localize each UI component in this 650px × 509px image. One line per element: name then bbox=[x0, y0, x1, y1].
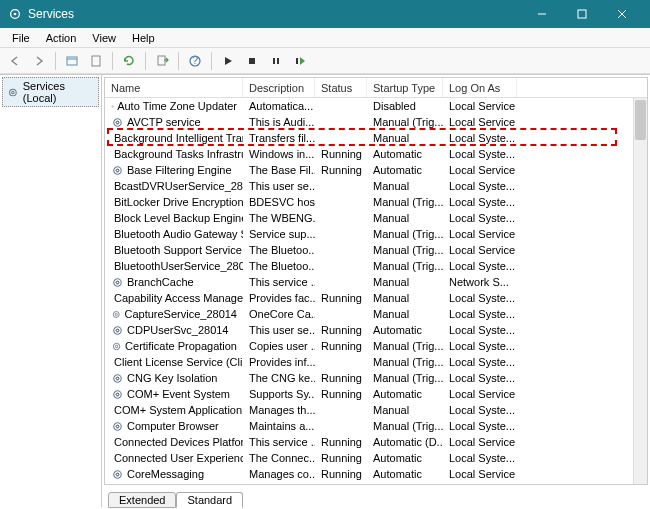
service-name: Computer Browser bbox=[127, 420, 219, 432]
service-row[interactable]: Connected Devices Platfor...This service… bbox=[105, 434, 647, 450]
service-name: AVCTP service bbox=[127, 116, 201, 128]
svg-point-16 bbox=[10, 89, 17, 96]
back-button[interactable] bbox=[4, 50, 26, 72]
service-row[interactable]: Certificate PropagationCopies user ...Ru… bbox=[105, 338, 647, 354]
gear-icon bbox=[111, 420, 124, 433]
service-description: Manages co... bbox=[243, 468, 315, 480]
service-logon: Local Syste... bbox=[443, 196, 517, 208]
gear-icon bbox=[111, 116, 124, 129]
service-row[interactable]: Auto Time Zone UpdaterAutomatica...Disab… bbox=[105, 98, 647, 114]
header-name[interactable]: Name bbox=[105, 78, 243, 97]
service-name: Connected Devices Platfor... bbox=[114, 436, 243, 448]
menu-help[interactable]: Help bbox=[124, 30, 163, 46]
svg-point-59 bbox=[116, 425, 119, 428]
export-button[interactable] bbox=[151, 50, 173, 72]
service-row[interactable]: Block Level Backup Engine ...The WBENG..… bbox=[105, 210, 647, 226]
window-title: Services bbox=[28, 7, 522, 21]
service-status: Running bbox=[315, 292, 367, 304]
service-row[interactable]: Background Tasks Infrastru...Windows in.… bbox=[105, 146, 647, 162]
scrollbar-thumb[interactable] bbox=[635, 100, 646, 140]
restart-button[interactable] bbox=[289, 50, 311, 72]
start-button[interactable] bbox=[217, 50, 239, 72]
svg-rect-3 bbox=[578, 10, 586, 18]
service-name: Background Intelligent Tran... bbox=[114, 132, 243, 144]
service-status: Running bbox=[315, 324, 367, 336]
stop-button[interactable] bbox=[241, 50, 263, 72]
maximize-button[interactable] bbox=[562, 0, 602, 28]
service-startup: Automatic bbox=[367, 164, 443, 176]
service-description: Copies user ... bbox=[243, 340, 315, 352]
vertical-scrollbar[interactable] bbox=[633, 98, 647, 484]
refresh-button[interactable] bbox=[118, 50, 140, 72]
header-status[interactable]: Status bbox=[315, 78, 367, 97]
service-row[interactable]: AVCTP serviceThis is Audi...Manual (Trig… bbox=[105, 114, 647, 130]
service-startup: Manual bbox=[367, 308, 443, 320]
help-button[interactable]: ? bbox=[184, 50, 206, 72]
service-status: Running bbox=[315, 452, 367, 464]
toolbar-separator bbox=[178, 52, 179, 70]
service-row[interactable]: Credential ManagerProvides se...RunningM… bbox=[105, 482, 647, 484]
show-hide-button[interactable] bbox=[61, 50, 83, 72]
service-row[interactable]: CNG Key IsolationThe CNG ke...RunningMan… bbox=[105, 370, 647, 386]
service-logon: Local Syste... bbox=[443, 324, 517, 336]
service-startup: Manual bbox=[367, 404, 443, 416]
service-row[interactable]: Base Filtering EngineThe Base Fil...Runn… bbox=[105, 162, 647, 178]
tree-label: Services (Local) bbox=[23, 80, 94, 104]
properties-button[interactable] bbox=[85, 50, 107, 72]
service-row[interactable]: Computer BrowserMaintains a...Manual (Tr… bbox=[105, 418, 647, 434]
service-row[interactable]: CaptureService_28014OneCore Ca...ManualL… bbox=[105, 306, 647, 322]
gear-icon bbox=[111, 324, 124, 337]
pause-button[interactable] bbox=[265, 50, 287, 72]
service-logon: Local Syste... bbox=[443, 212, 517, 224]
service-startup: Manual (Trig... bbox=[367, 244, 443, 256]
header-logon[interactable]: Log On As bbox=[443, 78, 517, 97]
svg-point-1 bbox=[14, 13, 17, 16]
svg-point-45 bbox=[115, 313, 117, 315]
tab-standard[interactable]: Standard bbox=[176, 492, 243, 508]
service-row[interactable]: BcastDVRUserService_28014This user se...… bbox=[105, 178, 647, 194]
svg-point-17 bbox=[12, 91, 15, 94]
service-row[interactable]: Bluetooth Support ServiceThe Bluetoo...M… bbox=[105, 242, 647, 258]
service-logon: Local Syste... bbox=[443, 292, 517, 304]
service-name: Bluetooth Audio Gateway S... bbox=[114, 228, 243, 240]
service-logon: Local Syste... bbox=[443, 404, 517, 416]
service-logon: Local Service bbox=[443, 468, 517, 480]
service-row[interactable]: BluetoothUserService_28014The Bluetoo...… bbox=[105, 258, 647, 274]
tab-extended[interactable]: Extended bbox=[108, 492, 176, 508]
menu-view[interactable]: View bbox=[84, 30, 124, 46]
header-startup[interactable]: Startup Type bbox=[367, 78, 443, 97]
close-button[interactable] bbox=[602, 0, 642, 28]
service-startup: Manual (Trig... bbox=[367, 196, 443, 208]
service-name: CDPUserSvc_28014 bbox=[127, 324, 229, 336]
service-row[interactable]: BranchCacheThis service ...ManualNetwork… bbox=[105, 274, 647, 290]
tree-services-local[interactable]: Services (Local) bbox=[2, 77, 99, 107]
svg-point-49 bbox=[115, 345, 117, 347]
service-row[interactable]: BitLocker Drive Encryption ...BDESVC hos… bbox=[105, 194, 647, 210]
toolbar-separator bbox=[145, 52, 146, 70]
menu-action[interactable]: Action bbox=[38, 30, 85, 46]
service-row[interactable]: CoreMessagingManages co...RunningAutomat… bbox=[105, 466, 647, 482]
service-status: Running bbox=[315, 340, 367, 352]
service-logon: Local Service bbox=[443, 100, 517, 112]
header-description[interactable]: Description bbox=[243, 78, 315, 97]
service-description: OneCore Ca... bbox=[243, 308, 315, 320]
minimize-button[interactable] bbox=[522, 0, 562, 28]
forward-button[interactable] bbox=[28, 50, 50, 72]
service-row[interactable]: Connected User Experience...The Connec..… bbox=[105, 450, 647, 466]
service-description: This user se... bbox=[243, 180, 315, 192]
gear-icon bbox=[111, 388, 124, 401]
service-row[interactable]: Bluetooth Audio Gateway S...Service sup.… bbox=[105, 226, 647, 242]
service-logon: Local Syste... bbox=[443, 356, 517, 368]
service-row[interactable]: CDPUserSvc_28014This user se...RunningAu… bbox=[105, 322, 647, 338]
service-row[interactable]: COM+ Event SystemSupports Sy...RunningAu… bbox=[105, 386, 647, 402]
service-row[interactable]: COM+ System ApplicationManages th...Manu… bbox=[105, 402, 647, 418]
service-row[interactable]: Background Intelligent Tran...Transfers … bbox=[105, 130, 647, 146]
service-name: BitLocker Drive Encryption ... bbox=[114, 196, 243, 208]
service-row[interactable]: Capability Access Manager ...Provides fa… bbox=[105, 290, 647, 306]
service-startup: Manual (Trig... bbox=[367, 372, 443, 384]
svg-point-19 bbox=[112, 106, 113, 107]
service-row[interactable]: Client License Service (ClipS...Provides… bbox=[105, 354, 647, 370]
service-logon: Local Syste... bbox=[443, 372, 517, 384]
menu-file[interactable]: File bbox=[4, 30, 38, 46]
svg-rect-14 bbox=[277, 58, 279, 64]
